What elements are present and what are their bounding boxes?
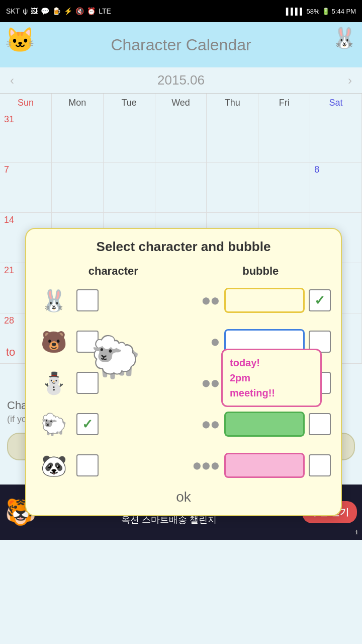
cal-cell-r2c4[interactable] <box>155 163 207 213</box>
cal-cell-r2c3[interactable] <box>104 163 155 213</box>
talk-icon: 💬 <box>41 7 49 15</box>
to-label: to <box>4 346 17 359</box>
modal-ok-row: ok <box>36 489 331 505</box>
status-right: ▌▌▌▌ 58% 🔋 5:44 PM <box>286 8 356 15</box>
battery-label: 58% <box>307 8 320 15</box>
character-snowman-img: ⛄ <box>36 365 71 400</box>
ad-info-icon: ℹ <box>355 529 358 536</box>
character-panda-img: 🐼 <box>36 448 71 483</box>
modal-columns-header: character bubble <box>36 265 331 278</box>
carrier-label: SKT <box>6 7 20 15</box>
ok-button[interactable]: ok <box>176 489 191 505</box>
cal-cell-r1c3[interactable] <box>104 112 155 163</box>
beer-icon: 🍺 <box>52 7 61 15</box>
signal-bars-icon: ▌▌▌▌ <box>286 8 305 15</box>
bubble-section-1: ⬤⬤ ✓ <box>104 288 331 313</box>
bubble-yellow-border[interactable] <box>224 288 305 313</box>
bubble-dots-1: ⬤⬤ <box>202 296 220 304</box>
bubble-sheep-checkbox[interactable] <box>309 413 331 435</box>
cal-cell-r2c6[interactable] <box>258 163 310 213</box>
header-left-character: 🐱 <box>5 26 35 54</box>
character-rabbit-checkbox[interactable] <box>76 289 99 311</box>
cal-cell-r2c5[interactable] <box>207 163 258 213</box>
bubble-column-label: bubble <box>242 265 279 278</box>
bubble-dots-5: ⬤⬤⬤ <box>193 461 220 469</box>
character-row-1: 🐰 ⬤⬤ ✓ <box>36 283 331 318</box>
cal-cell-r2c2[interactable] <box>52 163 104 213</box>
cal-cell-r1c6[interactable] <box>258 112 310 163</box>
character-column-label: character <box>88 265 138 278</box>
mute-icon: 🔇 <box>75 7 84 15</box>
bubble-green-fill[interactable] <box>224 412 305 437</box>
year-month-row: ‹ 2015.06 › <box>0 67 362 93</box>
lte-label: LTE <box>99 7 111 15</box>
sheep-mascot: 🐑 <box>90 334 141 381</box>
check-mark-icon: ✓ <box>314 293 325 308</box>
day-header-mon: Mon <box>52 94 104 112</box>
note-line1: today! <box>230 355 313 370</box>
alarm-icon: ⏰ <box>87 7 96 15</box>
status-bar: SKT ψ 🖼 💬 🍺 ⚡ 🔇 ⏰ LTE ▌▌▌▌ 58% 🔋 5:44 PM <box>0 0 362 22</box>
usb-icon: ψ <box>23 7 28 15</box>
time-label: 5:44 PM <box>332 8 356 15</box>
cal-cell-r1c5[interactable] <box>207 112 258 163</box>
prev-month-button[interactable]: ‹ <box>10 73 14 88</box>
bubble-rabbit-checkbox[interactable]: ✓ <box>309 289 331 311</box>
screenshot-icon: 🖼 <box>31 7 38 15</box>
bubble-panda-checkbox[interactable] <box>309 454 331 476</box>
bubble-dots-2: ⬤ <box>211 338 220 346</box>
note-line2: 2pm <box>230 370 313 385</box>
character-panda-checkbox[interactable] <box>76 454 99 476</box>
bubble-section-5: ⬤⬤⬤ <box>104 453 331 478</box>
character-rabbit-img: 🐰 <box>36 283 71 318</box>
cal-cell-8[interactable]: 8 <box>310 163 362 213</box>
calendar-grid: 31 7 8 14 21 27 28 Select character and … <box>0 112 362 364</box>
character-sheep-img: 🐑 <box>36 407 71 442</box>
status-left: SKT ψ 🖼 💬 🍺 ⚡ 🔇 ⏰ LTE <box>6 7 111 15</box>
note-bubble: today! 2pm meeting!! <box>221 349 322 407</box>
cal-cell-31[interactable]: 31 <box>0 112 52 163</box>
header-right-character: 🐰 <box>332 26 357 50</box>
bluetooth-icon: ⚡ <box>64 7 72 15</box>
note-line3: meeting!! <box>230 385 313 400</box>
app-header: 🐱 Character Calendar 🐰 <box>0 22 362 67</box>
bubble-dots-3: ⬤⬤ <box>202 379 220 387</box>
character-sheep-checkbox[interactable]: ✓ <box>76 413 99 435</box>
cal-cell-r1c2[interactable] <box>52 112 104 163</box>
next-month-button[interactable]: › <box>348 73 352 88</box>
cal-cell-r1c4[interactable] <box>155 112 207 163</box>
bubble-pink-fill[interactable] <box>224 453 305 478</box>
battery-icon: 🔋 <box>322 8 330 15</box>
day-header-sat: Sat <box>310 94 362 112</box>
character-bear-img: 🐻 <box>36 324 71 359</box>
character-row-5: 🐼 ⬤⬤⬤ <box>36 448 331 483</box>
day-header-fri: Fri <box>258 94 310 112</box>
modal-title: Select character and bubble <box>36 239 331 255</box>
year-month-label: 2015.06 <box>157 72 205 88</box>
app-title: Character Calendar <box>111 36 251 54</box>
day-header-tue: Tue <box>104 94 155 112</box>
day-header-wed: Wed <box>155 94 207 112</box>
bubble-dots-4: ⬤⬤ <box>202 420 220 428</box>
bubble-section-4: ⬤⬤ <box>104 412 331 437</box>
sheep-check-mark-icon: ✓ <box>82 417 93 432</box>
calendar-header: Sun Mon Tue Wed Thu Fri Sat <box>0 93 362 112</box>
day-header-thu: Thu <box>207 94 258 112</box>
character-row-4: 🐑 ✓ ⬤⬤ <box>36 407 331 442</box>
day-header-sun: Sun <box>0 94 52 112</box>
cal-cell-r1c7[interactable] <box>310 112 362 163</box>
cal-cell-7[interactable]: 7 <box>0 163 52 213</box>
